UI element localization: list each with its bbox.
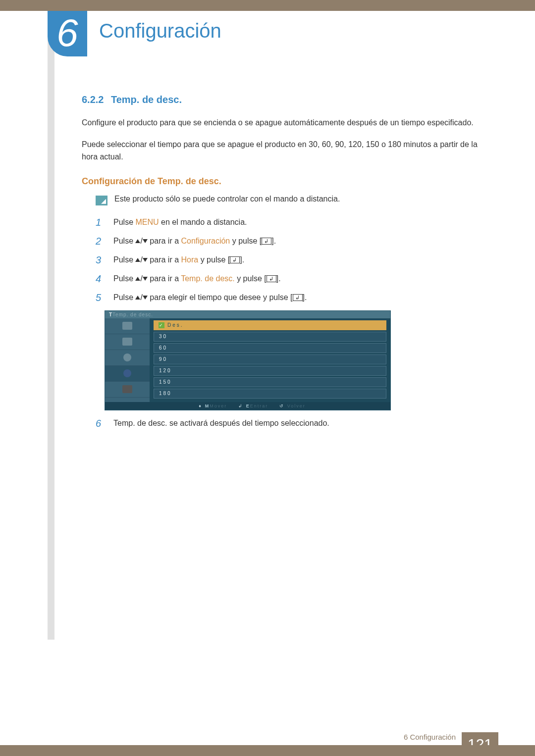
- top-bar: [0, 0, 535, 11]
- footer-label: 6 Configuración: [404, 733, 456, 741]
- note-row: Este producto sólo se puede controlar co…: [96, 195, 478, 205]
- up-arrow-icon: [135, 239, 140, 243]
- step-6-text: Temp. de desc. se activará después del t…: [113, 417, 329, 429]
- note-icon: [96, 196, 107, 205]
- left-strip: [48, 11, 54, 640]
- chapter-tab: 6: [48, 11, 87, 56]
- osd-side-3: [105, 350, 150, 366]
- sound-icon: [122, 338, 132, 346]
- down-arrow-icon: [143, 239, 148, 243]
- steps-list: 1 Pulse MENU en el mando a distancia. 2 …: [96, 216, 478, 303]
- section-title: Temp. de desc.: [111, 94, 182, 105]
- chapter-title: Configuración: [99, 20, 221, 42]
- enter-icon: [262, 238, 271, 245]
- down-arrow-icon: [143, 277, 148, 281]
- enter-icon: [293, 294, 303, 301]
- osd-main: ✓ Des. 30 60 90 120 150 180: [150, 318, 390, 402]
- osd-title: TTemp. de desc.: [105, 311, 390, 318]
- enter-icon: ↲: [238, 403, 243, 408]
- hora-keyword: Hora: [181, 255, 199, 264]
- sub-heading: Configuración de Temp. de desc.: [82, 176, 478, 187]
- return-icon: ↺: [279, 403, 284, 408]
- step-3: 3 Pulse / para ir a Hora y pulse [].: [96, 254, 478, 266]
- enter-icon: [230, 256, 240, 263]
- up-arrow-icon: [135, 277, 140, 281]
- step-3-text: Pulse / para ir a Hora y pulse [].: [113, 254, 244, 266]
- step-2: 2 Pulse / para ir a Configuración y puls…: [96, 235, 478, 247]
- osd-side-4: [105, 366, 150, 382]
- step-num-4: 4: [96, 273, 105, 285]
- osd-option-180: 180: [154, 389, 386, 399]
- osd-sidebar: [105, 318, 150, 402]
- check-icon: ✓: [159, 322, 164, 328]
- step-num-1: 1: [96, 216, 105, 228]
- setup-icon: [123, 353, 131, 361]
- osd-side-5: [105, 382, 150, 398]
- up-arrow-icon: [135, 258, 140, 262]
- enter-icon: [267, 275, 276, 282]
- osd-option-30: 30: [154, 332, 386, 342]
- osd-option-90: 90: [154, 354, 386, 364]
- footer-bar: [0, 745, 535, 756]
- osd-side-1: [105, 318, 150, 334]
- step-num-6: 6: [96, 417, 105, 429]
- multi-icon: [122, 385, 132, 393]
- step-4: 4 Pulse / para ir a Temp. de desc. y pul…: [96, 273, 478, 285]
- osd-footer: ♦MMover ↲EEntrar ↺Volver: [105, 402, 390, 410]
- osd-option-150: 150: [154, 377, 386, 387]
- content-area: 6.2.2 Temp. de desc. Configure el produc…: [82, 94, 478, 436]
- section-heading: 6.2.2 Temp. de desc.: [82, 94, 478, 105]
- step-1: 1 Pulse MENU en el mando a distancia.: [96, 216, 478, 228]
- picture-icon: [122, 322, 132, 330]
- up-arrow-icon: [135, 296, 140, 300]
- down-arrow-icon: [143, 258, 148, 262]
- step-5-text: Pulse / para elegir el tiempo que desee …: [113, 292, 307, 303]
- step-6: 6 Temp. de desc. se activará después del…: [96, 417, 478, 429]
- config-keyword: Configuración: [181, 237, 230, 245]
- step-5: 5 Pulse / para elegir el tiempo que dese…: [96, 292, 478, 303]
- chapter-number: 6: [56, 13, 78, 52]
- step-num-2: 2: [96, 235, 105, 247]
- step-2-text: Pulse / para ir a Configuración y pulse …: [113, 235, 276, 247]
- osd-option-off: ✓ Des.: [154, 320, 386, 330]
- osd-option-60: 60: [154, 343, 386, 353]
- section-number: 6.2.2: [82, 94, 104, 105]
- paragraph-2: Puede seleccionar el tiempo para que se …: [82, 138, 478, 163]
- step-num-5: 5: [96, 292, 105, 303]
- note-text: Este producto sólo se puede controlar co…: [114, 195, 340, 203]
- down-arrow-icon: [143, 296, 148, 300]
- menu-keyword: MENU: [135, 218, 159, 226]
- temp-keyword: Temp. de desc.: [181, 274, 235, 283]
- time-icon: [123, 369, 131, 377]
- paragraph-1: Configure el producto para que se encien…: [82, 116, 478, 129]
- osd-option-120: 120: [154, 366, 386, 376]
- move-icon: ♦: [199, 403, 202, 408]
- step-1-text: Pulse MENU en el mando a distancia.: [113, 216, 247, 228]
- osd-menu: TTemp. de desc. ✓ Des. 30 60 90 120 150 …: [105, 310, 391, 410]
- step-4-text: Pulse / para ir a Temp. de desc. y pulse…: [113, 273, 281, 285]
- step-num-3: 3: [96, 254, 105, 266]
- osd-side-2: [105, 334, 150, 350]
- steps-list-cont: 6 Temp. de desc. se activará después del…: [96, 417, 478, 429]
